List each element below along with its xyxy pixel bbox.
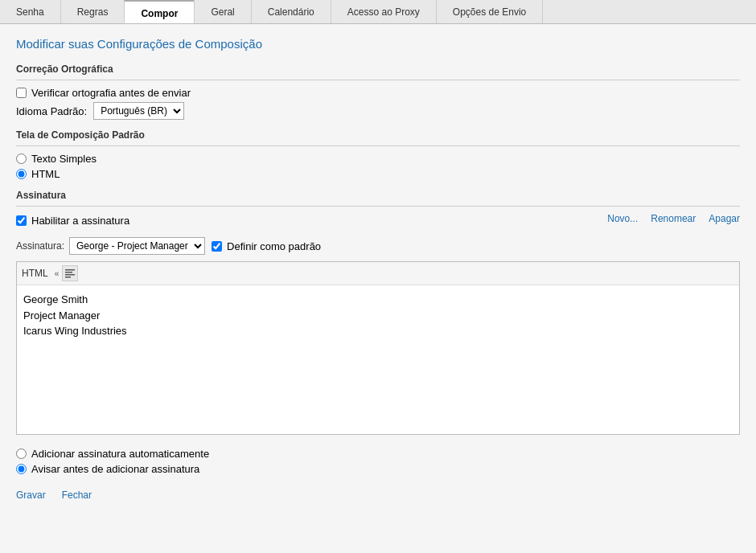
enable-signature-label: Habilitar a assinatura	[31, 215, 129, 227]
html-editor-container: HTML « George Smith Project Manager Icar…	[16, 261, 740, 435]
tab-regras[interactable]: Regras	[60, 0, 125, 23]
signature-section: Assinatura Habilitar a assinatura Novo..…	[16, 190, 740, 435]
signature-line-1: George Smith	[23, 292, 733, 308]
language-label: Idioma Padrão:	[16, 105, 87, 117]
default-signature-checkbox[interactable]	[212, 241, 222, 252]
close-link[interactable]: Fechar	[62, 490, 92, 501]
save-link[interactable]: Gravar	[16, 490, 46, 501]
signature-label: Assinatura:	[16, 240, 64, 252]
expand-icon: «	[55, 269, 60, 278]
plain-text-row: Texto Simples	[16, 153, 740, 165]
tab-senha[interactable]: Senha	[0, 0, 61, 23]
compose-screen-section: Tela de Composição Padrão Texto Simples …	[16, 129, 740, 180]
spell-check-row: Verificar ortografia antes de enviar	[16, 87, 740, 99]
html-editor-label: HTML	[22, 268, 48, 279]
signature-text-area[interactable]: George Smith Project Manager Icarus Wing…	[17, 285, 739, 434]
spell-check-label: Verificar ortografia antes de enviar	[31, 87, 191, 99]
delete-signature-link[interactable]: Apagar	[709, 213, 740, 224]
main-content: Modificar suas Configurações de Composiç…	[0, 24, 756, 553]
ask-before-add-row: Avisar antes de adicionar assinatura	[16, 463, 740, 475]
ask-before-add-radio[interactable]	[16, 464, 27, 474]
tab-opcoes-envio[interactable]: Opções de Envio	[436, 0, 543, 23]
new-signature-link[interactable]: Novo...	[607, 213, 638, 224]
plain-text-radio[interactable]	[16, 154, 27, 164]
page-title: Modificar suas Configurações de Composiç…	[16, 37, 740, 51]
signature-actions: Novo... Renomear Apagar	[594, 213, 740, 224]
signature-line-3: Icarus Wing Industries	[23, 323, 733, 339]
spell-check-section: Correção Ortográfica Verificar ortografi…	[16, 63, 740, 120]
tab-acesso-proxy[interactable]: Acesso ao Proxy	[331, 0, 437, 23]
html-label: HTML	[31, 168, 60, 180]
tab-geral[interactable]: Geral	[194, 0, 251, 23]
bottom-signature-options: Adicionar assinatura automaticamente Avi…	[16, 448, 740, 475]
plain-text-label: Texto Simples	[31, 153, 97, 165]
svg-rect-3	[65, 276, 71, 278]
tab-bar: Senha Regras Compor Geral Calendário Ace…	[0, 0, 756, 24]
enable-signature-row: Habilitar a assinatura	[16, 215, 129, 227]
html-radio[interactable]	[16, 169, 27, 179]
svg-rect-1	[65, 272, 72, 273]
spell-check-checkbox[interactable]	[16, 88, 27, 98]
svg-rect-0	[65, 269, 75, 271]
html-editor-toolbar: HTML «	[17, 262, 739, 285]
language-select[interactable]: Português (BR) English (US) Español	[93, 102, 184, 120]
ask-before-add-label: Avisar antes de adicionar assinatura	[31, 463, 199, 475]
auto-add-radio[interactable]	[16, 449, 27, 459]
auto-add-label: Adicionar assinatura automaticamente	[31, 448, 209, 460]
html-row: HTML	[16, 168, 740, 180]
compose-screen-header: Tela de Composição Padrão	[16, 129, 740, 141]
language-row: Idioma Padrão: Português (BR) English (U…	[16, 102, 740, 120]
tab-compor[interactable]: Compor	[124, 0, 195, 23]
signature-select[interactable]: George - Project Manager	[69, 237, 205, 255]
toolbar-text-icon[interactable]	[62, 265, 78, 281]
signature-header: Assinatura	[16, 190, 740, 201]
default-signature-label: Definir como padrão	[227, 240, 321, 252]
tab-calendario[interactable]: Calendário	[251, 0, 331, 23]
svg-rect-2	[65, 274, 75, 276]
spell-check-header: Correção Ortográfica	[16, 63, 740, 75]
footer: Gravar Fechar	[16, 486, 740, 501]
signature-line-2: Project Manager	[23, 308, 733, 324]
enable-signature-checkbox[interactable]	[16, 215, 27, 226]
signature-select-row: Assinatura: George - Project Manager Def…	[16, 237, 740, 255]
rename-signature-link[interactable]: Renomear	[651, 213, 696, 224]
auto-add-row: Adicionar assinatura automaticamente	[16, 448, 740, 460]
